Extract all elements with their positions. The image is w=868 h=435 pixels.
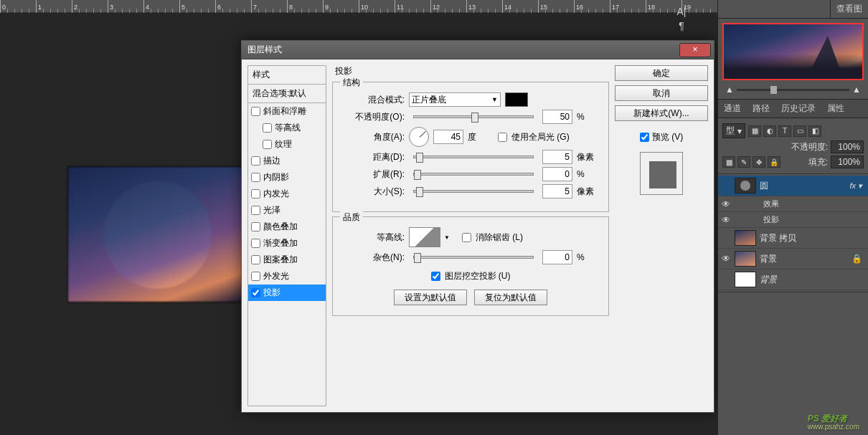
navigator-zoom-slider[interactable]: ▲ ▲ [725, 85, 861, 95]
style-item-4[interactable]: 内阴影 [248, 169, 326, 186]
spread-slider[interactable] [413, 173, 534, 176]
style-item-1[interactable]: 等高线 [248, 120, 326, 136]
cancel-button[interactable]: 取消 [615, 85, 708, 101]
top-tab[interactable]: 查看图 [830, 0, 868, 18]
paragraph-icon[interactable]: ¶ [674, 20, 689, 32]
eye-icon[interactable]: 👁 [721, 215, 731, 225]
opacity-input[interactable] [542, 110, 572, 124]
make-default-button[interactable]: 设置为默认值 [394, 290, 467, 305]
layer-row[interactable]: 👁背景🔒 [718, 249, 868, 269]
style-checkbox[interactable] [251, 156, 260, 166]
style-item-5[interactable]: 内发光 [248, 186, 326, 202]
style-item-2[interactable]: 纹理 [248, 136, 326, 153]
blend-mode-select[interactable]: 正片叠底 ▼ [409, 92, 501, 107]
global-light-checkbox[interactable]: 使用全局光 (G) [498, 131, 570, 143]
layer-row[interactable]: 圆fx ▾ [718, 176, 868, 196]
filter-shape-icon[interactable]: ▭ [793, 125, 806, 137]
style-label: 纹理 [275, 138, 292, 150]
layer-kind-filter[interactable]: 型▾ [722, 123, 745, 138]
ok-button[interactable]: 确定 [615, 65, 708, 81]
blend-options[interactable]: 混合选项:默认 [248, 85, 326, 103]
anti-alias-checkbox[interactable]: 消除锯齿 (L) [462, 231, 523, 244]
distance-label: 距离(D): [343, 151, 405, 163]
noise-label: 杂色(N): [343, 252, 405, 264]
fill-label: 填充: [808, 156, 828, 168]
layer-name: 投影 [735, 214, 779, 225]
style-checkbox[interactable] [251, 173, 260, 182]
layer-row[interactable]: 背景 [718, 269, 868, 290]
layer-opacity-value[interactable]: 100% [831, 140, 864, 153]
tab-history[interactable]: 历史记录 [775, 100, 821, 118]
filter-type-icon[interactable]: T [778, 125, 791, 137]
tab-properties[interactable]: 属性 [821, 100, 850, 118]
noise-slider[interactable] [413, 256, 534, 259]
dialog-titlebar[interactable]: 图层样式 × [242, 41, 714, 59]
style-item-10[interactable]: 外发光 [248, 268, 326, 285]
style-list: 样式 混合选项:默认 斜面和浮雕等高线纹理描边内阴影内发光光泽颜色叠加渐变叠加图… [247, 65, 326, 406]
layer-thumbnail [735, 178, 756, 193]
style-item-9[interactable]: 图案叠加 [248, 252, 326, 268]
close-button[interactable]: × [679, 43, 711, 57]
tab-paths[interactable]: 路径 [747, 100, 775, 118]
angle-control[interactable] [409, 127, 429, 147]
filter-smart-icon[interactable]: ◧ [808, 125, 821, 137]
style-checkbox[interactable] [251, 107, 260, 116]
knockout-checkbox[interactable]: 图层挖空投影 (U) [431, 270, 511, 282]
style-item-11[interactable]: 投影 [248, 285, 326, 301]
style-checkbox[interactable] [251, 222, 260, 231]
preview-swatch [640, 152, 683, 195]
distance-input[interactable] [542, 150, 572, 164]
lock-all-icon[interactable]: 🔒 [768, 156, 780, 168]
preview-checkbox[interactable] [640, 133, 649, 142]
reset-default-button[interactable]: 复位为默认值 [474, 290, 547, 305]
spread-input[interactable] [542, 167, 572, 181]
eye-icon[interactable]: 👁 [721, 199, 731, 209]
dialog-title: 图层样式 [247, 44, 282, 56]
type-tool-icon[interactable]: A| [674, 6, 689, 17]
new-style-button[interactable]: 新建样式(W)... [615, 105, 708, 121]
preview-label: 预览 (V) [652, 131, 683, 143]
eye-icon[interactable]: 👁 [721, 254, 731, 264]
style-item-8[interactable]: 渐变叠加 [248, 235, 326, 252]
canvas-document[interactable] [67, 166, 245, 302]
fill-value[interactable]: 100% [831, 156, 864, 168]
filter-adjust-icon[interactable]: ◐ [763, 125, 776, 137]
fx-badge[interactable]: fx ▾ [849, 181, 865, 191]
style-checkbox[interactable] [251, 288, 260, 297]
styles-header[interactable]: 样式 [248, 66, 326, 85]
angle-input[interactable] [433, 130, 463, 144]
lock-paint-icon[interactable]: ✎ [737, 156, 750, 168]
navigator-thumbnail[interactable] [722, 23, 864, 80]
layer-effect-row[interactable]: 👁投影 [718, 212, 868, 228]
tab-channels[interactable]: 通道 [718, 100, 747, 118]
style-checkbox[interactable] [251, 255, 260, 264]
layer-row[interactable]: 背景 拷贝 [718, 228, 868, 249]
canvas-circle-shape [104, 181, 212, 289]
layer-effect-row[interactable]: 👁效果 [718, 196, 868, 212]
shadow-color-swatch[interactable] [505, 92, 528, 107]
style-checkbox[interactable] [263, 140, 272, 149]
lock-pos-icon[interactable]: ✥ [753, 156, 765, 168]
opacity-slider[interactable] [413, 115, 534, 118]
style-checkbox[interactable] [263, 123, 272, 133]
style-item-6[interactable]: 光泽 [248, 202, 326, 219]
style-checkbox[interactable] [251, 206, 260, 215]
contour-picker[interactable]: ▼ [409, 227, 440, 247]
style-item-7[interactable]: 颜色叠加 [248, 219, 326, 235]
zoom-in-icon[interactable]: ▲ [852, 85, 861, 95]
size-input[interactable] [542, 184, 572, 199]
distance-slider[interactable] [413, 156, 534, 158]
filter-image-icon[interactable]: ▦ [748, 125, 761, 137]
style-item-0[interactable]: 斜面和浮雕 [248, 103, 326, 120]
style-checkbox[interactable] [251, 189, 260, 199]
style-checkbox[interactable] [251, 239, 260, 248]
style-item-3[interactable]: 描边 [248, 153, 326, 169]
style-checkbox[interactable] [251, 272, 260, 281]
style-label: 等高线 [275, 122, 301, 134]
vertical-type-icons: A| ¶ [674, 3, 689, 34]
zoom-out-icon[interactable]: ▲ [725, 85, 734, 95]
quality-group: 品质 等高线: ▼ 消除锯齿 (L) 杂色(N): % 图层挖空投影 (U) [332, 216, 609, 316]
lock-trans-icon[interactable]: ▩ [722, 156, 735, 168]
size-slider[interactable] [413, 190, 534, 193]
noise-input[interactable] [542, 250, 572, 264]
